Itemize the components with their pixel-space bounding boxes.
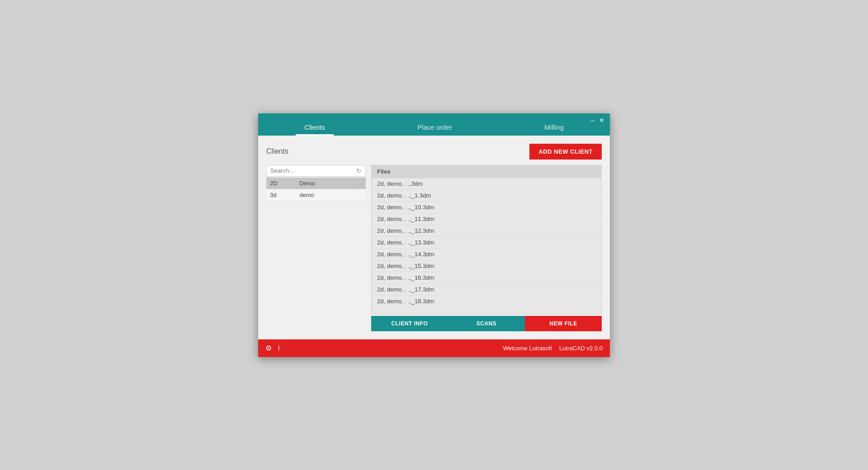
files-header: Files bbox=[372, 165, 601, 178]
list-item[interactable]: 2d, demo, . .,_10.3dm bbox=[372, 202, 601, 213]
list-item[interactable]: 2d, demo, . .,_15.3dm bbox=[372, 260, 601, 272]
info-icon[interactable]: i bbox=[278, 344, 280, 352]
list-item[interactable]: 2d, demo, . .,_17.3dm bbox=[372, 284, 601, 296]
client-name: demo bbox=[296, 189, 341, 201]
close-button[interactable]: ✕ bbox=[599, 117, 604, 123]
table-row[interactable]: 2D Demo . . bbox=[266, 178, 366, 189]
list-item[interactable]: 2d, demo, . .,_12.3dm bbox=[372, 225, 601, 237]
minimize-button[interactable]: – bbox=[591, 117, 594, 123]
app-header: – ✕ Clients Place order Milling bbox=[258, 113, 610, 136]
table-row[interactable]: 3d demo . . bbox=[266, 189, 366, 201]
list-item[interactable]: 2d, demo, . .,3dm bbox=[372, 178, 601, 190]
content-header: Clients ADD NEW CLIENT bbox=[266, 144, 602, 160]
list-item[interactable]: 2d, demo, . .,_13.3dm bbox=[372, 237, 601, 249]
main-content: Clients ADD NEW CLIENT ↻ 2D Demo . . bbox=[258, 136, 610, 339]
search-input[interactable] bbox=[270, 167, 356, 174]
nav-tabs: Clients Place order Milling bbox=[258, 113, 610, 136]
scans-button[interactable]: SCANS bbox=[448, 316, 525, 331]
window-controls: – ✕ bbox=[591, 117, 604, 123]
tab-clients[interactable]: Clients bbox=[291, 119, 339, 136]
footer-icons: ⚙ i bbox=[265, 344, 280, 352]
content-body: ↻ 2D Demo . . 3d demo . . bbox=[266, 165, 602, 331]
tab-milling[interactable]: Milling bbox=[531, 119, 577, 136]
footer: ⚙ i Welcome Lutrasoft LutraCAD v2.0.0 bbox=[258, 339, 610, 357]
client-name: Demo bbox=[296, 178, 341, 189]
files-list[interactable]: 2d, demo, . .,3dm2d, demo, . .,_1.3dm2d,… bbox=[372, 178, 601, 314]
list-item[interactable]: 2d, demo, . .,_18.3dm bbox=[372, 296, 601, 307]
search-bar: ↻ bbox=[266, 165, 366, 177]
list-item[interactable]: 2d, demo, . .,_16.3dm bbox=[372, 272, 601, 284]
right-panel: Files 2d, demo, . .,3dm2d, demo, . .,_1.… bbox=[371, 165, 602, 331]
new-file-button[interactable]: NEW FILE bbox=[525, 316, 602, 331]
file-action-buttons: CLIENT INFO SCANS NEW FILE bbox=[371, 316, 602, 331]
welcome-text: Welcome Lutrasoft bbox=[503, 345, 552, 352]
list-item[interactable]: 2d, demo, . .,_11.3dm bbox=[372, 213, 601, 225]
left-panel: ↻ 2D Demo . . 3d demo . . bbox=[266, 165, 366, 331]
client-dots: . . bbox=[341, 189, 366, 201]
client-dots: . . bbox=[341, 178, 366, 189]
footer-right: Welcome Lutrasoft LutraCAD v2.0.0 bbox=[503, 345, 603, 352]
version-text: LutraCAD v2.0.0 bbox=[559, 345, 603, 352]
refresh-icon[interactable]: ↻ bbox=[356, 167, 362, 174]
add-new-client-button[interactable]: ADD NEW CLIENT bbox=[529, 144, 602, 160]
gear-icon[interactable]: ⚙ bbox=[265, 344, 272, 352]
section-title: Clients bbox=[266, 147, 288, 155]
client-table: 2D Demo . . 3d demo . . bbox=[266, 178, 366, 201]
app-window: – ✕ Clients Place order Milling Clients … bbox=[258, 113, 610, 357]
client-id: 3d bbox=[266, 189, 296, 201]
files-list-container: Files 2d, demo, . .,3dm2d, demo, . .,_1.… bbox=[371, 165, 602, 314]
client-id: 2D bbox=[266, 178, 296, 189]
list-item[interactable]: 2d, demo, . .,_14.3dm bbox=[372, 249, 601, 260]
list-item[interactable]: 2d, demo, . .,_1.3dm bbox=[372, 190, 601, 202]
tab-place-order[interactable]: Place order bbox=[404, 119, 466, 136]
client-info-button[interactable]: CLIENT INFO bbox=[371, 316, 448, 331]
